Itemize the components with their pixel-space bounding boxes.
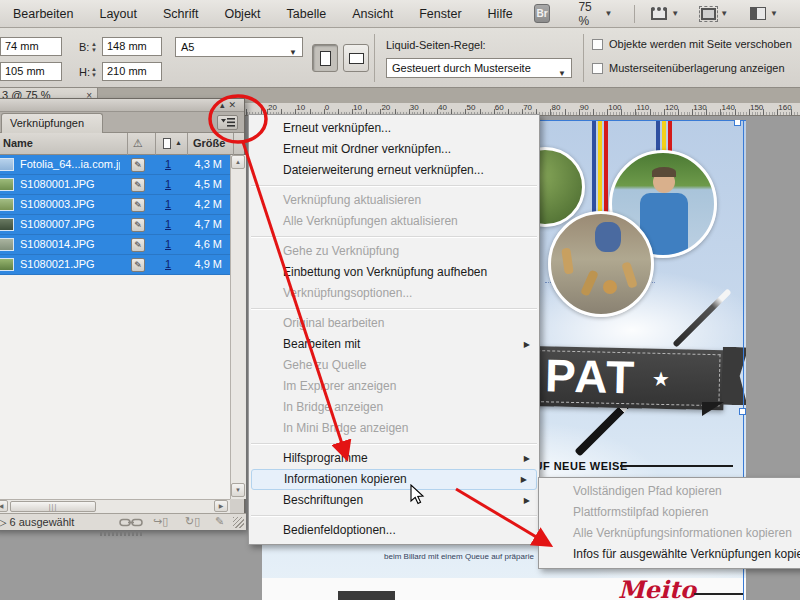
link-status-icon: ✎ xyxy=(131,178,145,192)
arrange-documents-button[interactable]: ▼ xyxy=(750,7,778,20)
scrollbar-thumb[interactable]: ||| xyxy=(10,501,96,512)
links-column-header: Name ⚠ ▲ Größe xyxy=(0,133,244,155)
liquid-rule-dropdown[interactable]: Gesteuert durch Musterseite ▼ xyxy=(386,58,572,78)
copy-info-submenu: Vollständigen Pfad kopieren Plattformsti… xyxy=(538,477,800,569)
scroll-up-button[interactable]: ▲ xyxy=(231,155,245,169)
link-page-number[interactable]: 1 xyxy=(165,218,171,230)
link-row[interactable]: S1080014.JPG ✎ 1 4,6 M xyxy=(0,235,230,255)
menu-objekt[interactable]: Objekt xyxy=(211,0,273,28)
menu-item-utilities[interactable]: Hilfsprogramme xyxy=(249,448,539,469)
height-label: H: xyxy=(79,66,90,78)
arrange-documents-icon xyxy=(750,7,766,20)
panel-menu-icon xyxy=(221,117,235,128)
ruler-tick-label: 10 xyxy=(353,103,362,112)
menu-item-reveal-in-bridge: In Bridge anzeigen xyxy=(249,397,539,418)
links-list: Fotolia_64...ia.com.jpg ✎ 1 4,3 M S10800… xyxy=(0,155,230,275)
scroll-right-button[interactable]: ▶ xyxy=(214,500,228,512)
links-panel-tab[interactable]: Verknüpfungen xyxy=(1,113,103,133)
ruler-tick-label: 120 xyxy=(665,103,678,112)
ruler-tick-label: 20 xyxy=(381,103,390,112)
menu-layout[interactable]: Layout xyxy=(86,0,150,28)
size-column-header[interactable]: Größe xyxy=(193,137,225,149)
link-thumbnail xyxy=(0,218,14,231)
selection-handle[interactable] xyxy=(734,120,741,126)
page-y-field[interactable]: 105 mm xyxy=(0,62,62,81)
ruler-tick-label: 100 xyxy=(608,103,621,112)
ruler-tick-label: 0 xyxy=(325,103,329,112)
ruler-tick-label: 110 xyxy=(637,103,650,112)
link-row[interactable]: S1080021.JPG ✎ 1 4,9 M xyxy=(0,255,230,275)
link-page-number[interactable]: 1 xyxy=(165,238,171,250)
photo-kid-figure xyxy=(595,222,621,252)
panel-title-bar[interactable]: ▴✕ xyxy=(0,99,244,112)
submenu-item-copy-all-link-info: Alle Verknüpfungsinformationen kopieren xyxy=(539,523,800,544)
chevron-down-icon: ▼ xyxy=(604,9,612,18)
menu-hilfe[interactable]: Hilfe xyxy=(475,0,526,28)
menu-separator xyxy=(251,236,537,237)
portrait-orientation-button[interactable] xyxy=(312,44,338,72)
name-column-header[interactable]: Name xyxy=(3,137,33,149)
link-row[interactable]: S1080001.JPG ✎ 1 4,5 M xyxy=(0,175,230,195)
menu-tabelle[interactable]: Tabelle xyxy=(274,0,340,28)
objects-move-label: Objekte werden mit Seite verschoben xyxy=(609,38,792,50)
page-headline: AUF NEUE WEISE xyxy=(526,460,628,472)
warning-icon[interactable]: ⚠ xyxy=(133,137,143,150)
menu-item-relink-to-folder[interactable]: Erneut mit Ordner verknüpfen... xyxy=(249,139,539,160)
link-page-number[interactable]: 1 xyxy=(165,258,171,270)
screen-mode-icon xyxy=(701,8,716,20)
screen-mode-button[interactable]: ▼ xyxy=(701,8,728,20)
link-row[interactable]: S1080007.JPG ✎ 1 4,7 M xyxy=(0,215,230,235)
menu-item-relink-file-extension[interactable]: Dateierweiterung erneut verknüpfen... xyxy=(249,160,539,181)
menu-item-relink[interactable]: Erneut verknüpfen... xyxy=(249,118,539,139)
link-row[interactable]: S1080003.JPG ✎ 1 4,2 M xyxy=(0,195,230,215)
link-page-number[interactable]: 1 xyxy=(165,198,171,210)
links-panel-flyout-menu: Erneut verknüpfen... Erneut mit Ordner v… xyxy=(248,114,540,545)
width-stepper[interactable]: ▲▼ xyxy=(91,38,100,56)
menu-bearbeiten[interactable]: Bearbeiten xyxy=(0,0,86,28)
ruler-tick-label: 60 xyxy=(495,103,504,112)
goto-link-icon[interactable]: ↪▯ xyxy=(153,515,168,528)
close-panel-icon[interactable]: ✕ xyxy=(228,100,240,110)
page-size-dropdown[interactable]: A5 ▼ xyxy=(175,37,303,57)
submenu-item-copy-info-for-selected-links[interactable]: Infos für ausgewählte Verknüpfungen kopi… xyxy=(539,544,800,565)
liquid-rule-value: Gesteuert durch Musterseite xyxy=(392,62,531,74)
update-link-icon[interactable]: ↻▯ xyxy=(185,515,200,528)
landscape-orientation-button[interactable] xyxy=(343,44,369,72)
page-body-text: beim Billard mit einem Queue auf präpari… xyxy=(384,552,534,561)
menu-schrift[interactable]: Schrift xyxy=(150,0,211,28)
vertical-scrollbar[interactable]: ▲ ▼ xyxy=(230,155,246,499)
menu-item-captions[interactable]: Beschriftungen xyxy=(249,490,539,511)
selection-handle[interactable] xyxy=(739,408,746,415)
view-options-button[interactable]: ▼ xyxy=(651,7,679,20)
control-divider xyxy=(374,34,375,82)
link-file-size: 4,3 M xyxy=(194,158,222,170)
page-column-icon[interactable] xyxy=(163,138,171,149)
link-row[interactable]: Fotolia_64...ia.com.jpg ✎ 1 4,3 M xyxy=(0,155,230,175)
menu-item-copy-info[interactable]: Informationen kopieren xyxy=(251,469,537,490)
menu-ansicht[interactable]: Ansicht xyxy=(339,0,406,28)
menu-item-panel-options[interactable]: Bedienfeldoptionen... xyxy=(249,520,539,541)
width-field[interactable]: 148 mm xyxy=(102,37,162,56)
zoom-level-dropdown[interactable]: 75 % ▼ xyxy=(578,0,612,28)
link-page-number[interactable]: 1 xyxy=(165,158,171,170)
edit-original-icon[interactable]: ✎ xyxy=(215,515,224,528)
panel-resize-grip[interactable] xyxy=(233,517,244,528)
page-x-field[interactable]: 74 mm xyxy=(0,37,62,56)
landscape-page-icon xyxy=(349,53,364,64)
relink-icon[interactable] xyxy=(119,517,143,528)
link-page-number[interactable]: 1 xyxy=(165,178,171,190)
objects-move-checkbox[interactable]: Objekte werden mit Seite verschoben xyxy=(592,38,792,50)
bridge-button[interactable]: Br xyxy=(534,4,551,23)
menu-item-unembed-link[interactable]: Einbettung von Verknüpfung aufheben xyxy=(249,262,539,283)
height-stepper[interactable]: ▲▼ xyxy=(91,63,100,81)
height-field[interactable]: 210 mm xyxy=(102,62,162,81)
horizontal-scrollbar[interactable]: ◀ ||| ▶ xyxy=(0,499,230,513)
panel-menu-button[interactable] xyxy=(217,115,238,130)
menu-fenster[interactable]: Fenster xyxy=(406,0,474,28)
scroll-left-button[interactable]: ◀ xyxy=(0,500,8,512)
ruler-tick-label: 30 xyxy=(410,103,419,112)
scroll-down-button[interactable]: ▼ xyxy=(231,483,245,497)
panel-drag-handle[interactable] xyxy=(100,531,142,536)
master-overlay-checkbox[interactable]: Musterseitenüberlagerung anzeigen xyxy=(592,62,785,74)
menu-item-edit-with[interactable]: Bearbeiten mit xyxy=(249,334,539,355)
